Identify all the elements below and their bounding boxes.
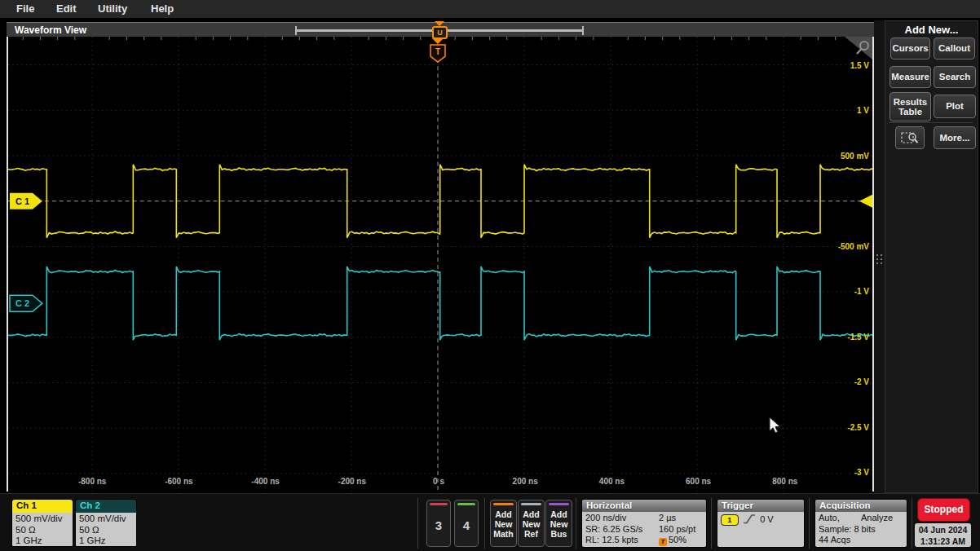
date-text: 04 Jun 2024 xyxy=(915,524,971,536)
bus-color-stripe xyxy=(549,503,569,505)
x-axis-label: 200 ns xyxy=(513,477,538,486)
horizontal-header: Horizontal xyxy=(582,500,706,512)
trigger-header: Trigger xyxy=(717,500,804,512)
panel-splitter[interactable] xyxy=(874,20,885,493)
x-axis-label: -200 ns xyxy=(338,477,366,486)
ref-color-stripe xyxy=(521,503,541,505)
more-button[interactable]: More... xyxy=(934,126,976,149)
separator xyxy=(809,498,810,549)
trigger-marker-arrow-icon xyxy=(432,38,444,44)
draw-box-zoom-icon xyxy=(901,130,919,145)
datetime-badge: 04 Jun 2024 1:31:23 AM xyxy=(915,523,971,547)
y-axis-label: 500 mV xyxy=(841,151,869,160)
acquisition-header: Acquisition xyxy=(815,500,907,512)
svg-text:T: T xyxy=(435,47,440,56)
ch2-impedance: 50 Ω xyxy=(79,525,136,536)
y-axis-label: -500 mV xyxy=(838,241,869,250)
horizontal-window: 2 µs xyxy=(659,513,703,524)
settings-bar: Ch 1 500 mV/div 50 Ω 1 GHz Ch 2 500 mV/d… xyxy=(0,493,980,551)
horizontal-position: 50% xyxy=(669,535,686,544)
y-axis-label: 1.5 V xyxy=(850,60,869,69)
y-axis-label: -2.5 V xyxy=(847,422,869,431)
horizontal-badge[interactable]: Horizontal 200 ns/div 2 µs SR: 6.25 GS/s… xyxy=(581,499,707,548)
results-table-button[interactable]: Results Table xyxy=(890,92,931,121)
search-button[interactable]: Search xyxy=(934,66,976,88)
menu-edit[interactable]: Edit xyxy=(56,2,77,15)
trigger-level-arrow[interactable] xyxy=(859,195,872,208)
add-new-title: Add New... xyxy=(885,24,978,36)
y-axis-label: -1 V xyxy=(854,287,869,296)
add-new-ref-button[interactable]: Add New Ref xyxy=(518,500,545,547)
add-new-bus-button[interactable]: Add New Bus xyxy=(545,500,572,547)
callout-button[interactable]: Callout xyxy=(934,37,975,60)
menu-help[interactable]: Help xyxy=(151,2,174,15)
zoom-corner-button[interactable] xyxy=(845,37,872,61)
scrollbar-left-bracket xyxy=(295,26,297,35)
horizontal-scale: 200 ns/div xyxy=(585,513,659,524)
measure-button[interactable]: Measure xyxy=(890,66,931,88)
separator xyxy=(576,498,576,549)
ch2-bandwidth: 1 GHz xyxy=(79,536,136,547)
record-length: RL: 12.5 kpts xyxy=(585,535,659,546)
cursors-button[interactable]: Cursors xyxy=(890,37,930,60)
acq-count: 44 Acqs xyxy=(819,535,903,546)
acq-mode: Auto, xyxy=(819,513,861,524)
acquisition-badge[interactable]: Acquisition Auto, Analyze Sample: 8 bits… xyxy=(814,499,907,548)
channel-marker-c1[interactable]: C 1 xyxy=(10,193,42,209)
waveform-ch2[interactable] xyxy=(8,267,872,340)
zoom-box-button[interactable] xyxy=(895,126,925,149)
channel-4-button[interactable]: 4 xyxy=(454,500,479,547)
separator xyxy=(417,498,418,549)
ch4-color-stripe xyxy=(457,503,475,505)
plot-button[interactable]: Plot xyxy=(934,95,976,118)
y-axis-label: 1 V xyxy=(857,106,869,115)
ch3-color-stripe xyxy=(430,503,448,505)
trigger-badge[interactable]: Trigger 1 0 V xyxy=(717,499,805,548)
svg-text:C 1: C 1 xyxy=(15,196,29,206)
resolution: 160 ps/pt xyxy=(659,524,703,536)
ch4-label: 4 xyxy=(455,518,478,532)
channel-3-button[interactable]: 3 xyxy=(426,500,451,547)
waveform-view-title: Waveform View xyxy=(15,24,86,36)
separator xyxy=(484,498,485,549)
separator xyxy=(711,498,712,549)
trigger-source-badge: 1 xyxy=(721,514,739,526)
scrollbar-right-bracket xyxy=(582,26,584,35)
x-axis-label: -800 ns xyxy=(78,477,106,486)
panel-divider xyxy=(889,122,973,123)
x-axis-label: -400 ns xyxy=(251,477,279,486)
channel-2-header: Ch 2 xyxy=(76,500,136,513)
x-axis-label: 0 s xyxy=(433,477,444,486)
add-new-math-button[interactable]: Add New Math xyxy=(490,500,517,547)
ch1-impedance: 50 Ω xyxy=(15,525,73,536)
waveform-view-panel: Waveform View C 1C 2T 1.5 V1 V500 mV-500… xyxy=(7,22,874,491)
channel-2-badge[interactable]: Ch 2 500 mV/div 50 Ω 1 GHz xyxy=(75,499,137,547)
svg-text:C 2: C 2 xyxy=(15,298,29,308)
trigger-level: 0 V xyxy=(760,514,774,524)
oscilloscope-screen: File Edit Utility Help Waveform View C 1… xyxy=(0,0,980,551)
trigger-position-icon: T xyxy=(659,538,667,546)
horizontal-position-handle[interactable]: U xyxy=(432,26,448,39)
add-new-panel: Add New... Cursors Callout Measure Searc… xyxy=(885,20,978,493)
graticule[interactable]: C 1C 2T 1.5 V1 V500 mV-500 mV-1 V-1.5 V-… xyxy=(7,37,874,491)
add-math-label: Add New Math xyxy=(491,509,516,539)
y-axis-label: -3 V xyxy=(854,468,869,477)
ch1-bandwidth: 1 GHz xyxy=(15,536,73,547)
trigger-position-flag[interactable]: T xyxy=(430,45,445,62)
channel-1-header: Ch 1 xyxy=(12,500,73,513)
y-axis-label: -1.5 V xyxy=(847,332,869,341)
channel-1-badge[interactable]: Ch 1 500 mV/div 50 Ω 1 GHz xyxy=(11,499,73,547)
ch1-scale: 500 mV/div xyxy=(15,514,73,525)
menu-utility[interactable]: Utility xyxy=(98,2,127,15)
menu-file[interactable]: File xyxy=(16,2,34,15)
x-axis-label: 400 ns xyxy=(599,477,625,486)
menu-bar: File Edit Utility Help xyxy=(0,0,980,19)
y-axis-label: -2 V xyxy=(854,377,869,386)
time-text: 1:31:23 AM xyxy=(915,536,971,547)
ch3-label: 3 xyxy=(427,518,450,532)
channel-marker-c2[interactable]: C 2 xyxy=(10,295,42,311)
x-axis-label: -600 ns xyxy=(165,477,192,486)
run-stop-button[interactable]: Stopped xyxy=(917,498,970,522)
sample-rate: SR: 6.25 GS/s xyxy=(585,524,659,536)
rising-edge-icon xyxy=(743,514,756,524)
